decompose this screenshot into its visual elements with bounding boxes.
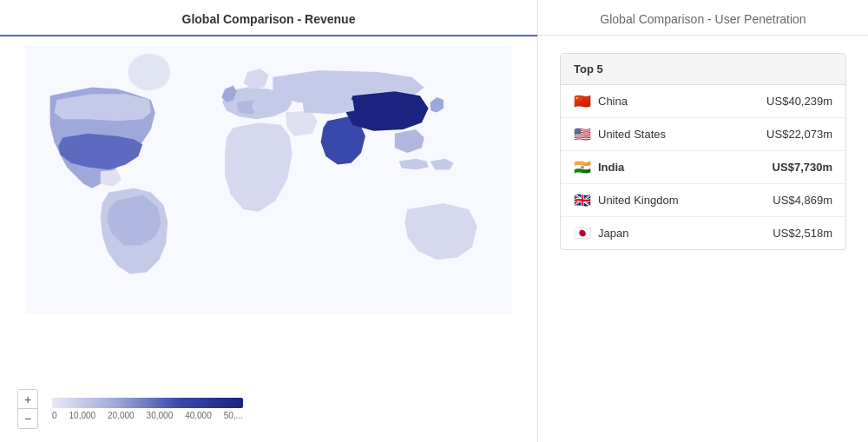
legend-label-5: 50,... xyxy=(224,411,243,420)
flag-china: 🇨🇳 xyxy=(574,96,591,108)
flag-japan: 🇯🇵 xyxy=(574,228,591,240)
country-cell: 🇯🇵 Japan xyxy=(574,227,628,240)
legend-label-1: 10,000 xyxy=(69,411,96,420)
country-name: China xyxy=(598,95,628,108)
zoom-in-button[interactable]: + xyxy=(18,390,37,409)
legend-scale: 0 10,000 20,000 30,000 40,000 50,... xyxy=(52,398,243,420)
table-row: 🇮🇳 India US$7,730m xyxy=(561,151,845,184)
zoom-controls[interactable]: + − xyxy=(17,389,38,429)
value-cell: US$2,518m xyxy=(773,227,832,240)
main-container: Global Comparison - Revenue xyxy=(0,0,868,442)
legend-labels: 0 10,000 20,000 30,000 40,000 50,... xyxy=(52,411,243,420)
country-cell: 🇬🇧 United Kingdom xyxy=(574,194,679,207)
legend-area: + − 0 10,000 20,000 30,000 40,000 50,... xyxy=(0,382,537,442)
country-cell: 🇮🇳 India xyxy=(574,161,624,174)
value-cell: US$4,869m xyxy=(773,194,832,207)
table-row: 🇯🇵 Japan US$2,518m xyxy=(561,217,845,249)
legend-label-4: 40,000 xyxy=(185,411,212,420)
country-cell: 🇨🇳 China xyxy=(574,95,628,108)
flag-uk: 🇬🇧 xyxy=(574,195,591,207)
top5-header: Top 5 xyxy=(561,54,845,85)
table-row: 🇺🇸 United States US$22,073m xyxy=(561,118,845,151)
value-cell: US$7,730m xyxy=(773,161,832,174)
top5-table: Top 5 🇨🇳 China US$40,239m 🇺🇸 United Stat… xyxy=(560,53,846,250)
legend-label-3: 30,000 xyxy=(147,411,174,420)
right-panel-title[interactable]: Global Comparison - User Penetration xyxy=(538,0,868,36)
right-panel: Global Comparison - User Penetration Top… xyxy=(538,0,868,442)
country-name: United States xyxy=(598,128,666,141)
legend-label-2: 20,000 xyxy=(108,411,135,420)
zoom-out-button[interactable]: − xyxy=(18,409,37,428)
legend-label-0: 0 xyxy=(52,411,57,420)
country-cell: 🇺🇸 United States xyxy=(574,128,666,141)
table-row: 🇬🇧 United Kingdom US$4,869m xyxy=(561,184,845,217)
table-row: 🇨🇳 China US$40,239m xyxy=(561,85,845,118)
svg-point-1 xyxy=(128,54,170,91)
country-name: India xyxy=(598,161,624,174)
legend-gradient xyxy=(52,398,243,408)
left-panel: Global Comparison - Revenue xyxy=(0,0,538,442)
flag-india: 🇮🇳 xyxy=(574,162,591,174)
flag-us: 🇺🇸 xyxy=(574,129,591,141)
map-area xyxy=(0,36,537,382)
top5-container: Top 5 🇨🇳 China US$40,239m 🇺🇸 United Stat… xyxy=(538,36,868,267)
country-name: United Kingdom xyxy=(598,194,679,207)
value-cell: US$40,239m xyxy=(766,95,832,108)
world-map xyxy=(9,45,529,314)
country-name: Japan xyxy=(598,227,628,240)
left-panel-title: Global Comparison - Revenue xyxy=(0,0,537,36)
value-cell: US$22,073m xyxy=(766,128,832,141)
